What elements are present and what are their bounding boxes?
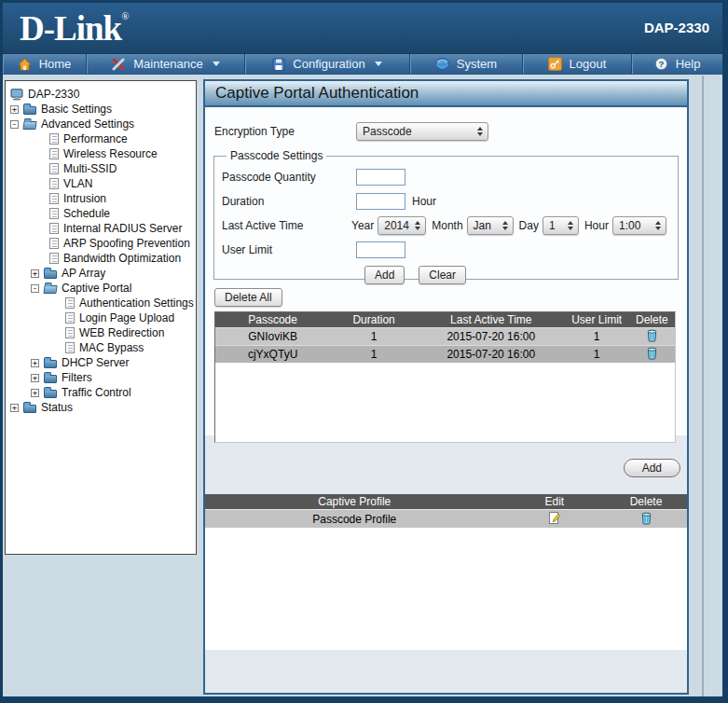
folder-icon bbox=[44, 270, 57, 279]
tree-item-advanced-settings[interactable]: - Advanced Settings bbox=[6, 117, 196, 131]
delete-all-button[interactable]: Delete All bbox=[214, 288, 282, 307]
day-label: Day bbox=[519, 219, 539, 232]
stepper-icon[interactable] bbox=[568, 221, 573, 230]
home-icon bbox=[18, 58, 32, 71]
tree-item-bandwidth-optimization[interactable]: Bandwidth Optimization bbox=[6, 251, 196, 266]
add-button[interactable]: Add bbox=[364, 266, 405, 284]
tree-item-dap-2330[interactable]: DAP-2330 bbox=[6, 87, 196, 102]
tree-item-label: Login Page Upload bbox=[79, 311, 174, 324]
main-panel: Captive Portal Authentication Encryption… bbox=[203, 79, 689, 695]
tree-item-captive-portal[interactable]: - Captive Portal bbox=[6, 281, 196, 296]
column-header: Edit bbox=[504, 495, 606, 508]
tree-item-label: Traffic Control bbox=[62, 386, 131, 399]
collapse-icon[interactable]: - bbox=[10, 120, 19, 129]
tree-item-login-page-upload[interactable]: Login Page Upload bbox=[6, 310, 196, 325]
table-empty-area bbox=[205, 528, 687, 650]
nav-item-label: Help bbox=[676, 57, 701, 71]
document-icon bbox=[49, 178, 59, 189]
tree-item-web-redirection[interactable]: WEB Redirection bbox=[6, 325, 196, 340]
tree-item-label: Filters bbox=[62, 371, 92, 384]
tree-item-mac-bypass[interactable]: MAC Bypass bbox=[6, 340, 196, 355]
tree-item-label: Captive Portal bbox=[62, 282, 131, 295]
day-select[interactable]: 1 bbox=[543, 216, 579, 235]
tree-item-ap-array[interactable]: + AP Array bbox=[6, 266, 196, 281]
expand-icon[interactable]: + bbox=[31, 359, 39, 367]
tree-item-arp-spoofing-prevention[interactable]: ARP Spoofing Prevention bbox=[6, 236, 196, 251]
tree-item-label: Authentication Settings bbox=[79, 296, 194, 310]
tree-item-intrusion[interactable]: Intrusion bbox=[6, 191, 196, 206]
tree-item-basic-settings[interactable]: + Basic Settings bbox=[6, 102, 196, 117]
tree-item-label: Bandwidth Optimization bbox=[63, 252, 181, 265]
encryption-type-label: Encryption Type bbox=[214, 125, 356, 138]
nav-item-logout[interactable]: Logout bbox=[523, 54, 632, 74]
tree-item-status[interactable]: + Status bbox=[6, 400, 196, 415]
document-icon bbox=[49, 148, 59, 159]
nav-item-maintenance[interactable]: Maintenance bbox=[87, 54, 245, 74]
expand-icon[interactable]: + bbox=[31, 269, 39, 278]
folder-icon bbox=[23, 106, 36, 115]
duration-label: Duration bbox=[222, 195, 356, 208]
day-value: 1 bbox=[549, 219, 556, 232]
tree-item-label: Internal RADIUS Server bbox=[63, 222, 182, 235]
duration-input[interactable] bbox=[356, 193, 405, 210]
nav-item-help[interactable]: ? Help bbox=[632, 54, 722, 74]
nav-item-system[interactable]: System bbox=[410, 54, 523, 74]
tree-item-multi-ssid[interactable]: Multi-SSID bbox=[6, 161, 196, 176]
tree-item-internal-radius-server[interactable]: Internal RADIUS Server bbox=[6, 221, 196, 236]
captive-profile-table: Captive Profile Edit Delete Passcode Pro… bbox=[205, 494, 687, 650]
table-row: GNIoviKB 1 2015-07-20 16:00 1 bbox=[215, 327, 675, 345]
expand-icon[interactable]: + bbox=[31, 374, 39, 382]
stepper-icon[interactable] bbox=[477, 127, 483, 136]
tree-item-authentication-settings[interactable]: Authentication Settings bbox=[6, 296, 196, 310]
user-limit-input[interactable] bbox=[356, 241, 405, 258]
tree-item-label: Multi-SSID bbox=[63, 162, 117, 175]
edit-icon[interactable] bbox=[548, 511, 561, 525]
main-nav: Home Maintenance Configuration System bbox=[3, 53, 722, 75]
device-model: DAP-2330 bbox=[644, 20, 709, 35]
stepper-icon[interactable] bbox=[655, 221, 661, 230]
column-header: User Limit bbox=[565, 313, 629, 326]
encryption-type-value: Passcode bbox=[363, 125, 412, 138]
duration-cell: 1 bbox=[330, 348, 418, 361]
expand-icon[interactable]: + bbox=[31, 389, 39, 397]
nav-item-configuration[interactable]: Configuration bbox=[245, 54, 410, 74]
stepper-icon[interactable] bbox=[415, 221, 420, 230]
frame-divider bbox=[702, 76, 704, 696]
chevron-down-icon bbox=[375, 62, 382, 66]
tree-item-vlan[interactable]: VLAN bbox=[6, 176, 196, 191]
month-select[interactable]: Jan bbox=[467, 216, 514, 235]
document-icon bbox=[65, 342, 75, 353]
passcode-cell: GNIoviKB bbox=[215, 330, 330, 343]
tree-item-traffic-control[interactable]: + Traffic Control bbox=[6, 385, 196, 400]
delete-icon[interactable] bbox=[646, 328, 658, 342]
year-label: Year bbox=[351, 219, 374, 232]
expand-icon[interactable]: + bbox=[10, 404, 19, 412]
folder-icon bbox=[44, 390, 57, 398]
expand-icon[interactable]: + bbox=[10, 105, 19, 114]
nav-item-home[interactable]: Home bbox=[3, 54, 87, 74]
hour-select[interactable]: 1:00 bbox=[612, 216, 666, 235]
year-select[interactable]: 2014 bbox=[378, 216, 426, 235]
page-title: Captive Portal Authentication bbox=[205, 84, 419, 103]
tree-item-schedule[interactable]: Schedule bbox=[6, 206, 196, 221]
clear-button[interactable]: Clear bbox=[419, 266, 466, 284]
add-profile-button[interactable]: Add bbox=[624, 459, 680, 477]
stepper-icon[interactable] bbox=[502, 221, 508, 230]
tree-item-performance[interactable]: Performance bbox=[6, 131, 196, 146]
tree-item-dhcp-server[interactable]: + DHCP Server bbox=[6, 355, 196, 370]
passcode-quantity-input[interactable] bbox=[356, 169, 405, 186]
tree-item-filters[interactable]: + Filters bbox=[6, 370, 196, 385]
form-section: Encryption Type Passcode Passcode Settin… bbox=[205, 107, 687, 435]
profile-section: Add Captive Profile Edit Delete Passcode… bbox=[205, 435, 687, 693]
tree-item-wireless-resource[interactable]: Wireless Resource bbox=[6, 146, 196, 161]
delete-icon[interactable] bbox=[646, 346, 658, 360]
encryption-type-select[interactable]: Passcode bbox=[356, 122, 488, 141]
user-limit-cell: 1 bbox=[565, 348, 629, 361]
delete-icon[interactable] bbox=[640, 511, 652, 525]
passcode-settings-legend: Passcode Settings bbox=[227, 149, 326, 162]
computer-icon bbox=[10, 89, 23, 101]
collapse-icon[interactable]: - bbox=[31, 284, 39, 293]
tree-item-label: MAC Bypass bbox=[79, 341, 144, 354]
duration-cell: 1 bbox=[330, 330, 418, 343]
folder-icon bbox=[44, 360, 57, 368]
